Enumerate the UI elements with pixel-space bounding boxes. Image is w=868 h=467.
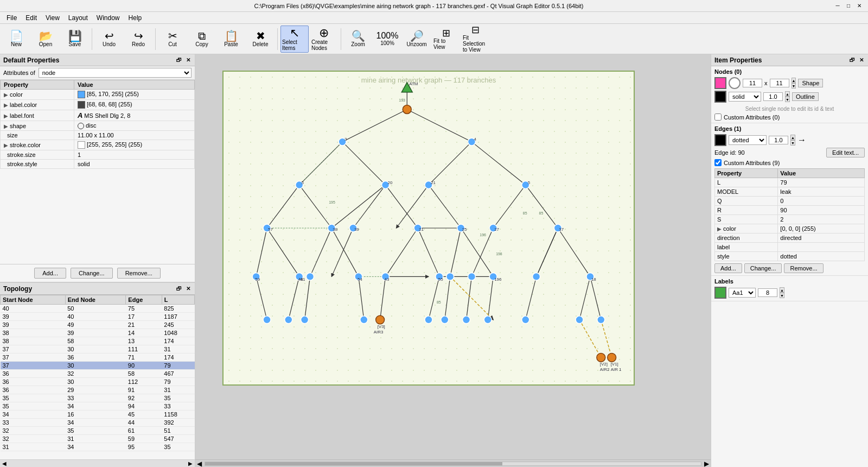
table-row[interactable]: 3839141048 — [1, 329, 195, 337]
topology-table-wrap[interactable]: Start Node End Node Edge L 405075825 394… — [0, 295, 195, 459]
properties-scroll[interactable]: Property Value ▶ color [85, 170, 255] (2… — [0, 80, 195, 264]
table-row[interactable]: ▶ color [0, 0, 0] (255) — [715, 224, 865, 234]
menu-window[interactable]: Window — [92, 13, 124, 23]
table-row[interactable]: R90 — [715, 206, 865, 215]
graph-area[interactable]: mine airing network graph — 117 branches — [195, 54, 711, 459]
menu-help[interactable]: Help — [124, 13, 146, 23]
hscroll-thumb[interactable] — [205, 462, 502, 465]
table-row[interactable]: styledotted — [715, 252, 865, 261]
fit-to-view-button[interactable]: ⊞ Fit to View — [432, 26, 460, 53]
table-row[interactable]: S2 — [715, 215, 865, 224]
zoom100-button[interactable]: 100% 100% — [373, 26, 401, 53]
node-stroke-size-input[interactable] — [763, 92, 783, 101]
cut-button[interactable]: ✂ Cut — [158, 26, 187, 53]
table-row[interactable]: label — [715, 243, 865, 252]
table-row[interactable]: 333444392 — [1, 419, 195, 427]
scroll-right-arrow[interactable]: ▶ — [188, 460, 193, 466]
menu-view[interactable]: View — [41, 13, 64, 23]
table-row[interactable]: 32356151 — [1, 427, 195, 435]
edge-size-down[interactable]: ▼ — [790, 140, 795, 146]
minimize-button[interactable]: ─ — [833, 2, 842, 10]
change-button[interactable]: Change... — [71, 268, 113, 279]
add-button[interactable]: Add... — [34, 268, 66, 279]
edge-size-input[interactable] — [769, 136, 788, 144]
label-color-picker[interactable] — [714, 287, 726, 299]
copy-button[interactable]: ⧉ Copy — [188, 26, 216, 53]
table-row[interactable]: 3940171187 — [1, 313, 195, 321]
node-stroke-down[interactable]: ▼ — [785, 97, 790, 102]
edge-color-picker[interactable] — [714, 134, 726, 146]
table-row[interactable]: 3416451158 — [1, 411, 195, 419]
panel-float-button[interactable]: 🗗 — [175, 57, 183, 63]
node-stroke-up[interactable]: ▲ — [785, 91, 790, 97]
menu-layout[interactable]: Layout — [64, 13, 92, 23]
ca-remove-button[interactable]: Remove... — [784, 263, 823, 273]
maximize-button[interactable]: □ — [844, 2, 853, 10]
table-row[interactable]: MODELleak — [715, 187, 865, 197]
ca-add-button[interactable]: Add... — [714, 263, 742, 273]
node-stroke-style-select[interactable]: solid dashed dotted — [729, 92, 761, 102]
select-items-button[interactable]: ↖ Select Items — [280, 26, 309, 53]
table-row[interactable]: L79 — [715, 178, 865, 187]
table-row[interactable]: ▶ shape disc — [1, 121, 195, 131]
table-row[interactable]: 394921245 — [1, 321, 195, 329]
menu-file[interactable]: File — [2, 13, 21, 23]
hscroll-left[interactable]: ◀ — [195, 460, 203, 468]
scroll-left-arrow[interactable]: ◀ — [2, 460, 7, 466]
node-size-down[interactable]: ▼ — [792, 83, 796, 89]
attrs-of-select[interactable]: node edge — [39, 68, 192, 78]
edge-style-select[interactable]: dotted solid dashed — [729, 135, 767, 145]
table-row[interactable]: 405075825 — [1, 305, 195, 313]
custom-attrs-node-checkbox[interactable] — [714, 113, 722, 121]
new-button[interactable]: 📄 New — [2, 26, 30, 53]
create-nodes-button[interactable]: ⊕ Create Nodes — [310, 26, 338, 53]
label-font-select[interactable]: Aa1 Aa2 — [729, 288, 756, 298]
table-row[interactable]: stroke.size 1 — [1, 150, 195, 160]
node-color-picker[interactable] — [714, 77, 726, 89]
custom-attrs-edge-table-wrap[interactable]: Property Value L79 MODELleak Q0 R90 S2 ▶… — [714, 168, 865, 261]
item-props-float-button[interactable]: 🗗 — [848, 57, 856, 63]
table-row[interactable]: 35339235 — [1, 394, 195, 402]
delete-button[interactable]: ✖ Delete — [246, 26, 275, 53]
table-row[interactable]: 373671174 — [1, 354, 195, 362]
fit-selection-button[interactable]: ⊟ Fit Selection to View — [461, 26, 489, 53]
unzoom-button[interactable]: 🔎 Unzoom — [403, 26, 431, 53]
table-row[interactable]: Q0 — [715, 197, 865, 206]
redo-button[interactable]: ↪ Redo — [124, 26, 152, 53]
outline-button[interactable]: Outline — [792, 92, 819, 101]
table-row[interactable]: directiondirected — [715, 234, 865, 243]
paste-button[interactable]: 📋 Paste — [217, 26, 245, 53]
open-button[interactable]: 📂 Open — [31, 26, 60, 53]
graph-canvas[interactable]: mine airing network graph — 117 branches — [222, 71, 635, 386]
table-row[interactable]: 363258467 — [1, 370, 195, 378]
table-row[interactable]: ▶ label.font AMS Shell Dlg 2, 8 — [1, 110, 195, 121]
table-row[interactable]: 373011131 — [1, 345, 195, 354]
menu-edit[interactable]: Edit — [21, 13, 41, 23]
hscroll-track[interactable] — [205, 462, 701, 466]
table-row[interactable]: stroke.style solid — [1, 160, 195, 169]
custom-attrs-edge-checkbox[interactable] — [714, 159, 722, 166]
table-row[interactable]: 35349433 — [1, 402, 195, 411]
item-props-close-button[interactable]: ✕ — [858, 57, 865, 63]
table-row[interactable]: ▶ label.color [68, 68, 68] (255) — [1, 100, 195, 110]
close-button[interactable]: ✕ — [855, 2, 864, 10]
node-height-input[interactable] — [770, 79, 789, 87]
table-row[interactable]: ▶ stroke.color [255, 255, 255] (255) — [1, 140, 195, 150]
node-outline-color[interactable] — [714, 91, 726, 103]
horizontal-scrollbar[interactable]: ◀ ▶ — [195, 459, 711, 467]
table-row[interactable]: 37309079 — [1, 362, 195, 370]
node-width-input[interactable] — [743, 79, 762, 87]
table-row[interactable]: 323159547 — [1, 435, 195, 443]
zoom-button[interactable]: 🔍 Zoom — [344, 26, 372, 53]
table-row[interactable]: size 11.00 x 11.00 — [1, 131, 195, 140]
undo-button[interactable]: ↩ Undo — [95, 26, 123, 53]
table-row[interactable]: 363011279 — [1, 378, 195, 386]
node-size-up[interactable]: ▲ — [792, 78, 796, 83]
hscroll-right[interactable]: ▶ — [703, 460, 711, 468]
label-size-input[interactable] — [758, 288, 777, 297]
table-row[interactable]: 31349535 — [1, 443, 195, 451]
shape-button[interactable]: Shape — [798, 79, 823, 87]
edit-text-button[interactable]: Edit text... — [826, 148, 865, 157]
edge-size-up[interactable]: ▲ — [790, 135, 795, 140]
remove-button[interactable]: Remove... — [117, 268, 161, 279]
